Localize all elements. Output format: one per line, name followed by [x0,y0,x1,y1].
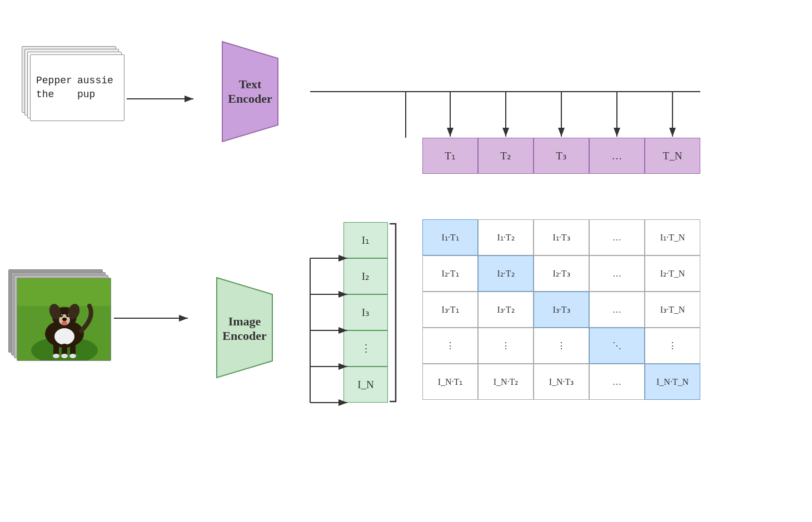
svg-point-10 [61,314,62,315]
matrix-row-0: I₁·T₁I₁·T₂I₁·T₃…I₁·T_N [422,219,700,255]
matrix-row-1: I₂·T₁I₂·T₂I₂·T₃…I₂·T_N [422,255,700,292]
svg-point-21 [69,354,76,358]
image-encoder: Image Encoder [183,267,306,391]
matrix-cell-2-4: I₃·T_N [645,292,700,328]
t-cell-n: T_N [645,138,700,174]
text-card-front: Pepper the aussie pup [30,54,124,121]
matrix-cell-2-2: I₃·T₃ [534,292,589,328]
matrix-cell-4-2: I_N·T₃ [534,364,589,400]
matrix-cell-4-1: I_N·T₂ [478,364,534,400]
t-cell-dots: … [589,138,645,174]
i-cell-n: I_N [343,367,388,403]
i-vector-column: I₁ I₂ I₃ ⋮ I_N [343,222,388,403]
matrix-cell-0-4: I₁·T_N [645,219,700,255]
matrix-cell-1-1: I₂·T₂ [478,255,534,292]
matrix-cell-2-0: I₃·T₁ [422,292,478,328]
matrix-cell-0-0: I₁·T₁ [422,219,478,255]
matrix-cell-3-4: ⋮ [645,328,700,364]
matrix-cell-3-2: ⋮ [534,328,589,364]
matrix-cell-1-4: I₂·T_N [645,255,700,292]
matrix-cell-0-2: I₁·T₃ [534,219,589,255]
i-cell-2: I₂ [343,258,388,294]
matrix-cell-3-1: ⋮ [478,328,534,364]
text-input-label2: aussie pup [77,74,118,102]
svg-rect-3 [17,278,111,306]
svg-point-19 [53,354,59,358]
matrix-cell-1-2: I₂·T₃ [534,255,589,292]
diagram-container: Pepper the aussie pup Text Encoder T₁ T₂… [0,0,812,522]
i-cell-1: I₁ [343,222,388,258]
i-cell-dots: ⋮ [343,330,388,367]
matrix-row-3: ⋮⋮⋮⋱⋮ [422,328,700,364]
matrix-cell-4-3: … [589,364,645,400]
svg-point-13 [62,321,67,325]
t-vector-row: T₁ T₂ T₃ … T_N [422,138,700,174]
matrix-cell-3-0: ⋮ [422,328,478,364]
t-cell-1: T₁ [422,138,478,174]
i-cell-3: I₃ [343,294,388,330]
matrix-cell-0-3: … [589,219,645,255]
text-input-label: Pepper the [36,74,77,102]
matrix-cell-2-1: I₃·T₂ [478,292,534,328]
matrix-cell-1-0: I₂·T₁ [422,255,478,292]
image-card-front [17,278,111,361]
text-encoder: Text Encoder [189,31,311,153]
matrix-cell-1-3: … [589,255,645,292]
matrix-row-2: I₃·T₁I₃·T₂I₃·T₃…I₃·T_N [422,292,700,328]
matrix-cell-2-3: … [589,292,645,328]
matrix-row-4: I_N·T₁I_N·T₂I_N·T₃…I_N·T_N [422,364,700,400]
matrix-cell-4-4: I_N·T_N [645,364,700,400]
similarity-matrix: I₁·T₁I₁·T₂I₁·T₃…I₁·T_NI₂·T₁I₂·T₂I₂·T₃…I₂… [422,219,700,400]
image-encoder-label: Image Encoder [211,314,278,343]
t-cell-3: T₃ [534,138,589,174]
matrix-cell-3-3: ⋱ [589,328,645,364]
i-vector-bracket-right [389,221,400,406]
svg-point-5 [54,328,74,345]
matrix-cell-0-1: I₁·T₂ [478,219,534,255]
matrix-cell-4-0: I_N·T₁ [422,364,478,400]
svg-point-20 [61,354,68,358]
svg-marker-0 [222,42,278,142]
svg-point-12 [62,318,67,321]
t-cell-2: T₂ [478,138,534,174]
